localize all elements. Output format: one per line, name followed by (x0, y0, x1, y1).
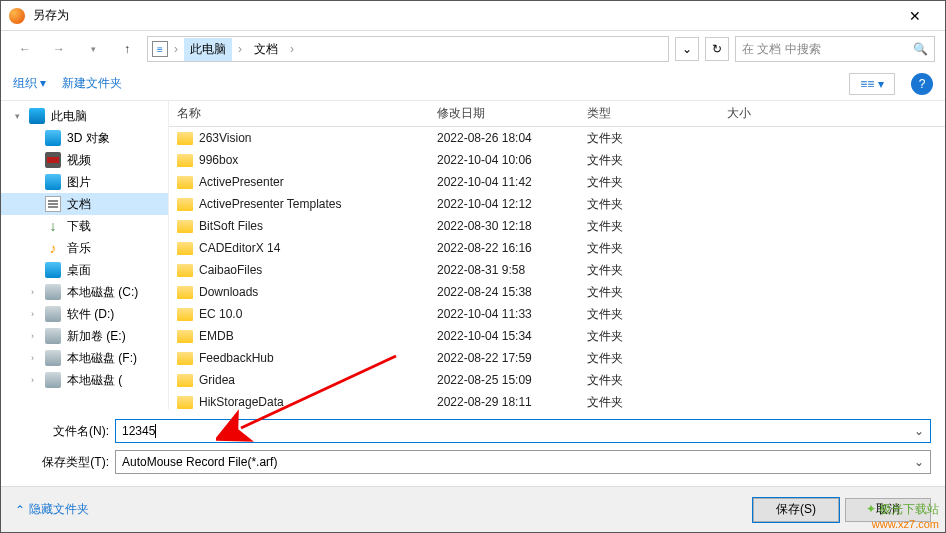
breadcrumb[interactable]: › 此电脑 › 文档 › (147, 36, 669, 62)
col-type[interactable]: 类型 (579, 105, 719, 122)
file-row[interactable]: ActivePresenter2022-10-04 11:42文件夹 (169, 171, 945, 193)
sidebar-item[interactable]: 3D 对象 (1, 127, 168, 149)
location-icon (152, 41, 168, 57)
expand-icon[interactable]: › (31, 375, 34, 385)
file-type: 文件夹 (579, 394, 719, 410)
back-button[interactable]: ← (11, 35, 39, 63)
ico-desk-icon (45, 262, 61, 278)
file-row[interactable]: Gridea2022-08-25 15:09文件夹 (169, 369, 945, 391)
search-placeholder: 在 文档 中搜索 (742, 41, 821, 58)
file-row[interactable]: HikStorageData2022-08-29 18:11文件夹 (169, 391, 945, 409)
crumb-thispc[interactable]: 此电脑 (184, 38, 232, 61)
up-button[interactable]: ↑ (113, 35, 141, 63)
sidebar-item[interactable]: ▾此电脑 (1, 105, 168, 127)
hide-folders-label[interactable]: 隐藏文件夹 (29, 501, 89, 518)
file-date: 2022-10-04 11:33 (429, 307, 579, 321)
file-row[interactable]: CADEditorX 142022-08-22 16:16文件夹 (169, 237, 945, 259)
file-date: 2022-08-24 15:38 (429, 285, 579, 299)
sidebar-item[interactable]: ♪音乐 (1, 237, 168, 259)
cancel-button[interactable]: 取消 (845, 498, 931, 522)
expand-icon[interactable]: › (31, 353, 34, 363)
sidebar-item[interactable]: 文档 (1, 193, 168, 215)
file-row[interactable]: CaibaoFiles2022-08-31 9:58文件夹 (169, 259, 945, 281)
organize-menu[interactable]: 组织 ▾ (13, 75, 46, 92)
sidebar-item-label: 本地磁盘 (F:) (67, 350, 137, 367)
file-list[interactable]: 名称 修改日期 类型 大小 263Vision2022-08-26 18:04文… (169, 101, 945, 409)
sidebar-item-label: 图片 (67, 174, 91, 191)
sidebar-item-label: 下载 (67, 218, 91, 235)
help-button[interactable]: ? (911, 73, 933, 95)
file-date: 2022-08-26 18:04 (429, 131, 579, 145)
search-icon: 🔍 (913, 42, 928, 56)
expand-icon[interactable]: › (31, 309, 34, 319)
separator-icon: › (234, 42, 246, 56)
col-date[interactable]: 修改日期 (429, 105, 579, 122)
search-input[interactable]: 在 文档 中搜索 🔍 (735, 36, 935, 62)
close-button[interactable]: ✕ (893, 1, 937, 31)
file-type: 文件夹 (579, 218, 719, 235)
file-row[interactable]: 263Vision2022-08-26 18:04文件夹 (169, 127, 945, 149)
filename-label: 文件名(N): (15, 423, 115, 440)
file-date: 2022-08-25 15:09 (429, 373, 579, 387)
filename-input[interactable]: 12345 ⌄ (115, 419, 931, 443)
folder-icon (177, 264, 193, 277)
view-mode-button[interactable]: ≡≡ ▾ (849, 73, 895, 95)
file-type: 文件夹 (579, 284, 719, 301)
ico-disk-icon (45, 372, 61, 388)
col-size[interactable]: 大小 (719, 105, 819, 122)
sidebar-item[interactable]: 图片 (1, 171, 168, 193)
forward-button[interactable]: → (45, 35, 73, 63)
file-type: 文件夹 (579, 306, 719, 323)
file-type: 文件夹 (579, 372, 719, 389)
file-name: 263Vision (199, 131, 252, 145)
savetype-select[interactable]: AutoMouse Record File(*.arf) ⌄ (115, 450, 931, 474)
file-row[interactable]: FeedbackHub2022-08-22 17:59文件夹 (169, 347, 945, 369)
sidebar-item-label: 新加卷 (E:) (67, 328, 126, 345)
file-name: Downloads (199, 285, 258, 299)
recent-dropdown[interactable]: ▾ (79, 35, 107, 63)
sidebar-item[interactable]: 视频 (1, 149, 168, 171)
sidebar-item[interactable]: ›本地磁盘 (F:) (1, 347, 168, 369)
file-row[interactable]: BitSoft Files2022-08-30 12:18文件夹 (169, 215, 945, 237)
file-row[interactable]: EC 10.02022-10-04 11:33文件夹 (169, 303, 945, 325)
sidebar-item-label: 3D 对象 (67, 130, 110, 147)
expand-icon[interactable]: ▾ (15, 111, 20, 121)
expand-icon[interactable]: › (31, 287, 34, 297)
ico-video-icon (45, 152, 61, 168)
file-row[interactable]: ActivePresenter Templates2022-10-04 12:1… (169, 193, 945, 215)
ico-doc-icon (45, 196, 61, 212)
toolbar: 组织 ▾ 新建文件夹 ≡≡ ▾ ? (1, 67, 945, 101)
chevron-down-icon[interactable]: ⌄ (914, 424, 924, 438)
expand-icon[interactable]: › (31, 331, 34, 341)
sidebar-item[interactable]: ›软件 (D:) (1, 303, 168, 325)
titlebar: 另存为 ✕ (1, 1, 945, 31)
save-button[interactable]: 保存(S) (753, 498, 839, 522)
file-name: ActivePresenter (199, 175, 284, 189)
file-row[interactable]: 996box2022-10-04 10:06文件夹 (169, 149, 945, 171)
file-name: FeedbackHub (199, 351, 274, 365)
ico-disk-icon (45, 284, 61, 300)
breadcrumb-dropdown[interactable]: ⌄ (675, 37, 699, 61)
file-row[interactable]: EMDB2022-10-04 15:34文件夹 (169, 325, 945, 347)
hide-folders-toggle[interactable]: ⌃ (15, 503, 25, 517)
sidebar-item[interactable]: 桌面 (1, 259, 168, 281)
file-date: 2022-08-29 18:11 (429, 395, 579, 409)
sidebar-item[interactable]: ↓下载 (1, 215, 168, 237)
folder-icon (177, 242, 193, 255)
file-type: 文件夹 (579, 174, 719, 191)
refresh-button[interactable]: ↻ (705, 37, 729, 61)
file-row[interactable]: Downloads2022-08-24 15:38文件夹 (169, 281, 945, 303)
sidebar: ▾此电脑3D 对象视频图片文档↓下载♪音乐桌面›本地磁盘 (C:)›软件 (D:… (1, 101, 169, 409)
sidebar-item-label: 文档 (67, 196, 91, 213)
sidebar-item[interactable]: ›本地磁盘 ( (1, 369, 168, 391)
chevron-down-icon[interactable]: ⌄ (914, 455, 924, 469)
col-name[interactable]: 名称 (169, 105, 429, 122)
crumb-documents[interactable]: 文档 (248, 38, 284, 61)
sidebar-item[interactable]: ›新加卷 (E:) (1, 325, 168, 347)
sidebar-item[interactable]: ›本地磁盘 (C:) (1, 281, 168, 303)
save-form: 文件名(N): 12345 ⌄ 保存类型(T): AutoMouse Recor… (1, 409, 945, 474)
separator-icon: › (170, 42, 182, 56)
file-date: 2022-10-04 12:12 (429, 197, 579, 211)
new-folder-button[interactable]: 新建文件夹 (62, 75, 122, 92)
sidebar-item-label: 视频 (67, 152, 91, 169)
